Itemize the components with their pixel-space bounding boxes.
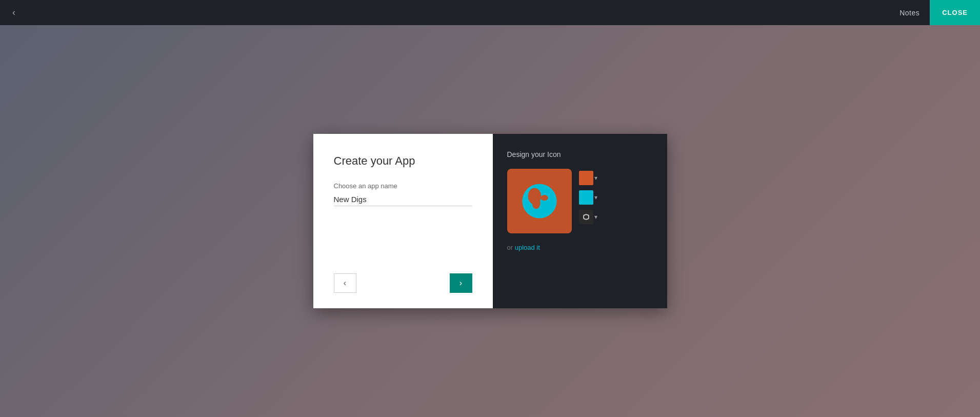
upload-prefix: or <box>507 244 515 251</box>
topbar-left: ‹ <box>8 5 19 20</box>
app-name-label: Choose an app name <box>334 182 472 190</box>
dialog-right-panel: Design your Icon ▾ <box>493 134 667 308</box>
color-controls: ▾ ▾ ▾ <box>579 171 597 224</box>
app-name-form-group: Choose an app name <box>334 182 472 206</box>
icon-section-title: Design your Icon <box>507 150 561 158</box>
svg-point-3 <box>541 195 548 201</box>
topbar-right: Notes CLOSE <box>889 0 980 25</box>
next-button[interactable]: › <box>450 273 472 293</box>
prev-button[interactable]: ‹ <box>334 273 356 293</box>
main-background: Create your App Choose an app name ‹ › D… <box>0 25 980 417</box>
bg-color-row: ▾ <box>579 171 597 185</box>
icon-shape-chevron[interactable]: ▾ <box>594 213 597 221</box>
create-app-dialog: Create your App Choose an app name ‹ › D… <box>313 134 667 308</box>
icon-color-swatch[interactable] <box>579 190 593 205</box>
globe-icon <box>519 181 560 222</box>
dialog-title: Create your App <box>334 154 472 168</box>
icon-designer: ▾ ▾ ▾ <box>507 169 597 233</box>
icon-shape-row: ▾ <box>579 210 597 224</box>
camera-icon <box>582 213 590 221</box>
svg-point-2 <box>532 197 540 209</box>
upload-link-container: or upload it <box>507 244 540 251</box>
back-button[interactable]: ‹ <box>8 5 19 20</box>
icon-color-row: ▾ <box>579 190 597 205</box>
bg-color-chevron[interactable]: ▾ <box>594 174 597 182</box>
icon-shape-swatch[interactable] <box>579 210 593 224</box>
next-icon: › <box>459 279 462 288</box>
dialog-left-panel: Create your App Choose an app name ‹ › <box>313 134 493 308</box>
dialog-footer: ‹ › <box>334 273 472 293</box>
prev-icon: ‹ <box>344 279 346 288</box>
upload-link[interactable]: upload it <box>515 244 540 251</box>
notes-button[interactable]: Notes <box>889 0 930 25</box>
close-button[interactable]: CLOSE <box>930 0 980 25</box>
icon-preview[interactable] <box>507 169 572 233</box>
app-name-input[interactable] <box>334 193 472 206</box>
icon-color-chevron[interactable]: ▾ <box>594 194 597 201</box>
bg-color-swatch[interactable] <box>579 171 593 185</box>
topbar: ‹ Notes CLOSE <box>0 0 980 25</box>
